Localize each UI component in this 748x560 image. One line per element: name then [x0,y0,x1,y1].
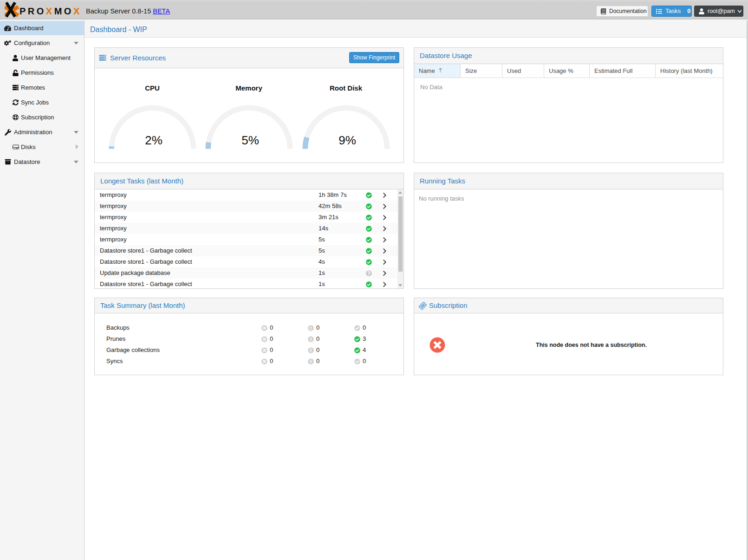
svg-text:PROXMOX: PROXMOX [20,6,82,16]
